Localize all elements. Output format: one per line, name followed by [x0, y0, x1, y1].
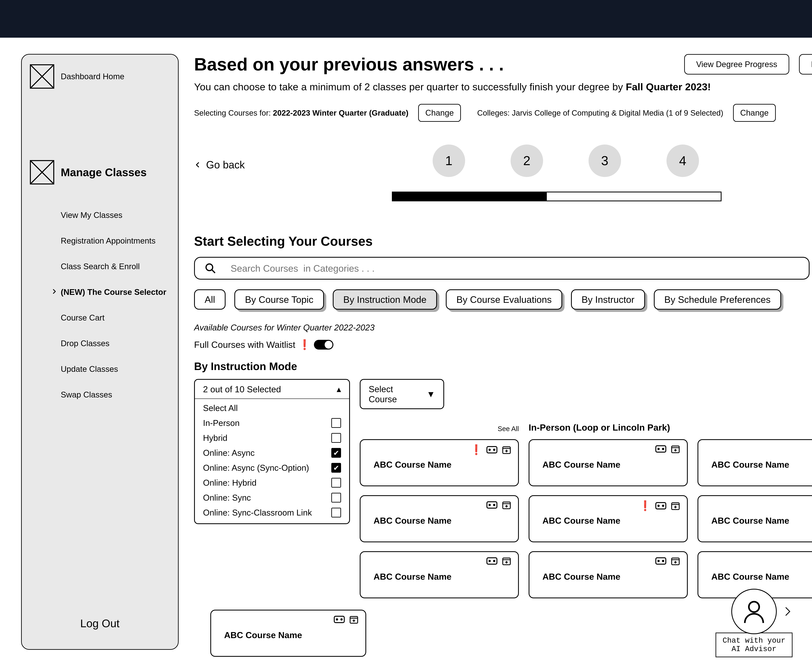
calendar-add-icon[interactable] [670, 556, 681, 566]
vr-icon [655, 445, 666, 453]
sidebar-label: Dashboard Home [61, 72, 125, 81]
edit-schedule-preferences-button[interactable]: Edit Schedule Preferences [799, 54, 812, 75]
course-card[interactable]: ABC Course Name [697, 439, 812, 486]
svg-rect-65 [334, 616, 344, 622]
sidebar-label: Manage Classes [61, 166, 147, 179]
svg-rect-30 [656, 503, 666, 509]
calendar-add-icon[interactable] [501, 556, 511, 566]
sidebar-view-my-classes[interactable]: View My Classes [30, 211, 170, 220]
sidebar-registration-appointments[interactable]: Registration Appointments [30, 236, 170, 246]
calendar-add-icon[interactable] [349, 614, 359, 624]
sidebar-manage-classes[interactable]: Manage Classes [30, 160, 170, 184]
chevron-left-icon [194, 160, 201, 170]
checkbox[interactable]: ✔ [331, 463, 341, 473]
vr-icon [655, 501, 666, 510]
chevron-right-icon[interactable] [782, 602, 792, 621]
filter-instruction-mode[interactable]: By Instruction Mode [333, 289, 437, 310]
sidebar-class-search-enroll[interactable]: Class Search & Enroll [30, 262, 170, 271]
filter-course-topic[interactable]: By Course Topic [234, 289, 324, 310]
top-bar [0, 0, 812, 38]
step-4: 4 [666, 144, 699, 177]
sidebar-course-selector[interactable]: (NEW) The Course Selector [30, 287, 170, 297]
sidebar-swap-classes[interactable]: Swap Classes [30, 390, 170, 400]
dropdown-header[interactable]: 2 out of 10 Selected ▴ [195, 380, 349, 398]
course-card[interactable]: ABC Course Name [529, 439, 688, 486]
sidebar-update-classes[interactable]: Update Classes [30, 364, 170, 374]
checkbox[interactable] [331, 418, 341, 428]
dropdown-hybrid[interactable]: Hybrid [201, 430, 343, 445]
progress-bar [392, 192, 722, 201]
search-input[interactable] [231, 263, 799, 274]
calendar-add-icon[interactable] [501, 500, 511, 510]
svg-point-11 [493, 504, 495, 506]
chat-prompt[interactable]: Chat with your AI Advisor [716, 632, 792, 657]
svg-point-31 [658, 504, 660, 507]
step-2: 2 [511, 144, 543, 177]
filter-course-evaluations[interactable]: By Course Evaluations [446, 289, 562, 310]
view-degree-progress-button[interactable]: View Degree Progress [684, 54, 789, 75]
change-colleges-button[interactable]: Change [733, 104, 776, 122]
filter-all[interactable]: All [194, 289, 226, 310]
go-back-button[interactable]: Go back [194, 159, 245, 171]
checkbox[interactable] [331, 478, 341, 488]
select-course-dropdown[interactable]: Select Course ▼ [360, 379, 444, 409]
filter-schedule-preferences[interactable]: By Schedule Preferences [654, 289, 781, 310]
colleges-label: Colleges: Jarvis College of Computing & … [477, 108, 723, 118]
svg-rect-16 [487, 558, 497, 564]
svg-point-67 [340, 618, 343, 621]
exclamation-icon: ❗ [639, 500, 651, 511]
calendar-add-icon[interactable] [670, 501, 681, 511]
course-card[interactable]: ABC Course Name [360, 495, 519, 542]
waitlist-toggle[interactable] [314, 340, 334, 350]
vr-icon [486, 445, 498, 454]
svg-point-10 [488, 504, 491, 506]
svg-point-39 [662, 560, 664, 562]
course-card[interactable]: ABC Course Name [210, 610, 366, 657]
course-card[interactable]: ABC Course Name [697, 495, 812, 542]
instruction-mode-dropdown[interactable]: 2 out of 10 Selected ▴ Select All In-Per… [194, 379, 350, 524]
search-box[interactable] [194, 257, 810, 280]
dropdown-in-person[interactable]: In-Person [201, 415, 343, 430]
checkbox[interactable]: ✔ [331, 448, 341, 458]
dropdown-online-hybrid[interactable]: Online: Hybrid [201, 475, 343, 490]
dropdown-select-all[interactable]: Select All [201, 401, 343, 415]
checkbox[interactable] [331, 433, 341, 443]
change-term-button[interactable]: Change [418, 104, 461, 122]
course-card[interactable]: ❗ ABC Course Name [360, 439, 519, 486]
chevron-right-icon [51, 287, 58, 295]
filter-instructor[interactable]: By Instructor [571, 289, 645, 310]
svg-rect-37 [656, 558, 666, 564]
svg-point-17 [488, 560, 491, 562]
calendar-add-icon[interactable] [501, 445, 511, 455]
main-content: Based on your previous answers . . . Vie… [179, 38, 812, 650]
svg-point-24 [658, 448, 660, 450]
dropdown-online-async[interactable]: Online: Async✔ [201, 445, 343, 460]
svg-rect-9 [487, 502, 497, 508]
calendar-add-icon[interactable] [670, 444, 681, 454]
sidebar-drop-classes[interactable]: Drop Classes [30, 339, 170, 348]
step-3: 3 [589, 144, 621, 177]
svg-point-4 [493, 449, 495, 451]
exclamation-icon: ❗ [470, 444, 482, 455]
course-card[interactable]: ❗ ABC Course Name [529, 495, 688, 542]
sidebar-dashboard-home[interactable]: Dashboard Home [30, 64, 170, 89]
dropdown-online-sync-classroom[interactable]: Online: Sync-Classroom Link [201, 505, 343, 520]
dropdown-online-sync[interactable]: Online: Sync [201, 490, 343, 505]
svg-point-32 [662, 504, 664, 507]
chat-avatar[interactable] [731, 589, 777, 634]
sidebar-course-cart[interactable]: Course Cart [30, 313, 170, 322]
svg-rect-2 [487, 446, 497, 453]
course-card[interactable]: ABC Course Name [360, 551, 519, 598]
dropdown-online-async-sync[interactable]: Online: Async (Sync-Option)✔ [201, 460, 343, 475]
vr-icon [486, 500, 498, 509]
see-all-link-1[interactable]: See All [498, 425, 519, 433]
logout-button[interactable]: Log Out [30, 617, 170, 630]
column-header-inperson: In-Person (Loop or Lincoln Park) [529, 422, 670, 433]
svg-point-3 [488, 449, 491, 451]
checkbox[interactable] [331, 508, 341, 518]
page-title: Based on your previous answers . . . [194, 54, 504, 75]
svg-point-72 [749, 602, 759, 612]
vr-icon [334, 615, 345, 624]
course-card[interactable]: ABC Course Name [529, 551, 688, 598]
checkbox[interactable] [331, 493, 341, 503]
